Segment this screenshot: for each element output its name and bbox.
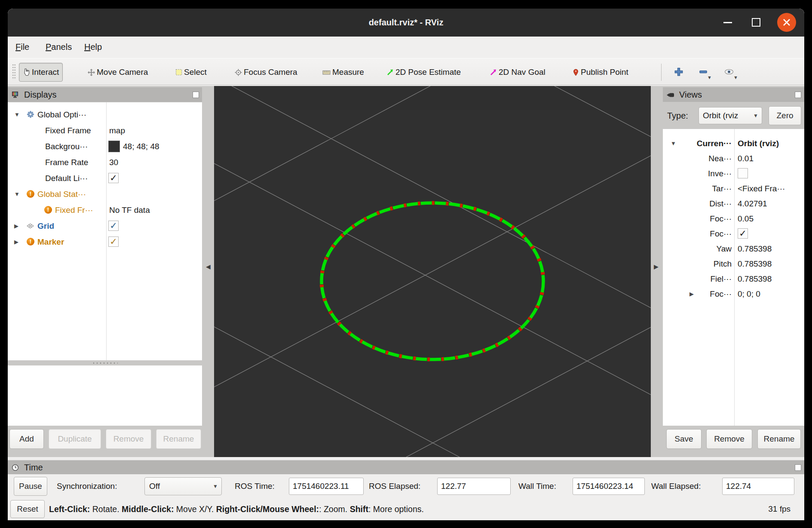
row-value: Orbit (rviz) bbox=[738, 136, 803, 151]
warning-icon: ! bbox=[27, 190, 34, 198]
chevron-down-icon[interactable]: ▼ bbox=[733, 75, 738, 80]
displays-panel-close-box[interactable] bbox=[193, 92, 199, 98]
collapse-left-panel-icon[interactable]: ◀ bbox=[206, 263, 211, 270]
views-row-yaw[interactable]: Yaw 0.785398 bbox=[663, 241, 804, 256]
checkbox-checked[interactable]: ✓ bbox=[108, 236, 119, 247]
add-tool-button[interactable] bbox=[671, 64, 688, 81]
focus-crosshair-icon bbox=[235, 69, 242, 76]
wall-time-field[interactable] bbox=[573, 478, 645, 495]
row-value[interactable]: 0.01 bbox=[738, 151, 803, 166]
checkbox-checked[interactable]: ✓ bbox=[108, 173, 119, 183]
ros-time-label: ROS Time: bbox=[235, 474, 275, 499]
synchronization-dropdown[interactable]: Off ▼ bbox=[144, 477, 222, 495]
row-value[interactable]: 4.02791 bbox=[738, 196, 803, 211]
tool-label: 2D Nav Goal bbox=[499, 68, 545, 77]
views-row-near-clip[interactable]: Nea··· 0.01 bbox=[663, 151, 804, 166]
tool-select[interactable]: Select bbox=[172, 63, 210, 82]
tool-properties-button[interactable]: ▼ bbox=[720, 64, 738, 81]
views-panel-close-box[interactable] bbox=[795, 92, 801, 98]
collapse-arrow-icon[interactable]: ▶ bbox=[14, 218, 18, 234]
reset-button[interactable]: Reset bbox=[10, 500, 45, 518]
tool-2d-pose-estimate[interactable]: 2D Pose Estimate bbox=[383, 63, 464, 82]
duplicate-display-button[interactable]: Duplicate bbox=[49, 429, 101, 449]
checkbox-checked[interactable]: ✓ bbox=[738, 228, 748, 239]
tree-row-grid[interactable]: ▶ Grid ✓ bbox=[8, 218, 202, 234]
tool-label: Interact bbox=[32, 68, 59, 77]
wall-elapsed-label: Wall Elapsed: bbox=[651, 474, 701, 499]
tool-focus-camera[interactable]: Focus Camera bbox=[231, 63, 301, 82]
row-value[interactable]: map bbox=[109, 123, 200, 138]
collapse-arrow-icon[interactable]: ▶ bbox=[14, 234, 18, 250]
close-icon bbox=[782, 18, 791, 27]
view-type-dropdown[interactable]: Orbit (rviz ▼ bbox=[699, 107, 762, 124]
tree-row-fixed-frame-status[interactable]: ! Fixed Fr··· No TF data bbox=[8, 202, 202, 218]
tree-row-frame-rate[interactable]: Frame Rate 30 bbox=[8, 154, 202, 170]
color-swatch[interactable] bbox=[108, 141, 120, 152]
rename-display-button[interactable]: Rename bbox=[156, 429, 201, 449]
views-row-focal-shape-size[interactable]: Foc··· 0.05 bbox=[663, 211, 804, 226]
row-value[interactable]: 0; 0; 0 bbox=[738, 286, 803, 301]
row-value[interactable]: 0.785398 bbox=[738, 271, 803, 286]
expand-arrow-icon[interactable]: ▼ bbox=[14, 186, 20, 202]
time-panel-close-box[interactable] bbox=[795, 464, 801, 471]
remove-tool-button[interactable]: ▼ bbox=[695, 64, 712, 81]
menu-file[interactable]: File bbox=[15, 37, 29, 58]
remove-view-button[interactable]: Remove bbox=[706, 429, 752, 449]
row-value[interactable]: 0.785398 bbox=[738, 241, 803, 256]
viewport-3d[interactable] bbox=[214, 86, 651, 457]
views-row-focal-point[interactable]: ▶ Foc··· 0; 0; 0 bbox=[663, 286, 804, 301]
checkbox-unchecked[interactable] bbox=[738, 168, 748, 178]
plus-icon bbox=[674, 68, 683, 76]
views-row-focal-shape-fixed[interactable]: Foc··· ✓ bbox=[663, 226, 804, 241]
tool-interact[interactable]: Interact bbox=[19, 63, 63, 82]
ros-time-field[interactable] bbox=[289, 478, 364, 495]
ros-elapsed-field[interactable] bbox=[437, 478, 511, 495]
zero-button[interactable]: Zero bbox=[769, 106, 801, 125]
eye-icon bbox=[724, 68, 734, 76]
tree-row-marker[interactable]: ▶ ! Marker ✓ bbox=[8, 234, 202, 250]
menu-help[interactable]: Help bbox=[84, 37, 102, 58]
tool-move-camera[interactable]: Move Camera bbox=[84, 63, 151, 82]
views-row-target-frame[interactable]: Tar··· <Fixed Fra··· bbox=[663, 181, 804, 196]
minimize-button[interactable] bbox=[718, 9, 738, 37]
row-value[interactable]: 48; 48; 48 bbox=[123, 138, 200, 154]
toolbar-drag-handle[interactable] bbox=[12, 64, 16, 80]
add-display-button[interactable]: Add bbox=[9, 429, 44, 449]
views-row-invert-z[interactable]: Inve··· bbox=[663, 166, 804, 181]
panel-splitter[interactable] bbox=[8, 360, 202, 365]
hint-segment: Shift bbox=[350, 504, 368, 514]
row-value[interactable]: 30 bbox=[109, 154, 200, 170]
wall-elapsed-field[interactable] bbox=[722, 478, 794, 495]
maximize-button[interactable] bbox=[746, 9, 766, 37]
views-row-distance[interactable]: Dist··· 4.02791 bbox=[663, 196, 804, 211]
remove-display-button[interactable]: Remove bbox=[106, 429, 151, 449]
rename-view-button[interactable]: Rename bbox=[757, 429, 801, 449]
tree-row-background-color[interactable]: Backgrou··· 48; 48; 48 bbox=[8, 138, 202, 154]
row-value[interactable]: <Fixed Fra··· bbox=[738, 181, 803, 196]
row-value[interactable]: 0.785398 bbox=[738, 256, 803, 271]
tree-row-global-status[interactable]: ▼ ! Global Stat··· bbox=[8, 186, 202, 202]
views-row-pitch[interactable]: Pitch 0.785398 bbox=[663, 256, 804, 271]
tool-measure[interactable]: Measure bbox=[319, 63, 368, 82]
fps-counter: 31 fps bbox=[768, 499, 791, 519]
collapse-right-panel-icon[interactable]: ▶ bbox=[654, 263, 659, 270]
expand-arrow-icon[interactable]: ▼ bbox=[14, 107, 20, 123]
tree-row-default-light[interactable]: Default Li··· ✓ bbox=[8, 170, 202, 186]
menu-panels[interactable]: Panels bbox=[46, 37, 72, 58]
tree-row-fixed-frame[interactable]: Fixed Frame map bbox=[8, 123, 202, 138]
row-label: Foc··· bbox=[663, 226, 732, 241]
time-panel-header[interactable]: Time bbox=[8, 460, 804, 474]
save-view-button[interactable]: Save bbox=[666, 429, 702, 449]
pause-button[interactable]: Pause bbox=[14, 477, 47, 496]
checkbox-checked[interactable]: ✓ bbox=[108, 221, 119, 231]
close-button[interactable] bbox=[776, 9, 797, 37]
views-row-current-view[interactable]: ▼ Curren··· Orbit (rviz) bbox=[663, 136, 804, 151]
tool-2d-nav-goal[interactable]: 2D Nav Goal bbox=[487, 63, 549, 82]
views-row-field-of-view[interactable]: Fiel··· 0.785398 bbox=[663, 271, 804, 286]
displays-panel-header[interactable]: Displays bbox=[8, 87, 202, 102]
row-value[interactable]: 0.05 bbox=[738, 211, 803, 226]
chevron-down-icon[interactable]: ▼ bbox=[707, 75, 712, 80]
views-panel-header[interactable]: Views bbox=[663, 87, 804, 102]
tree-row-global-options[interactable]: ▼ Global Opti··· bbox=[8, 107, 202, 123]
tool-publish-point[interactable]: Publish Point bbox=[569, 63, 632, 82]
